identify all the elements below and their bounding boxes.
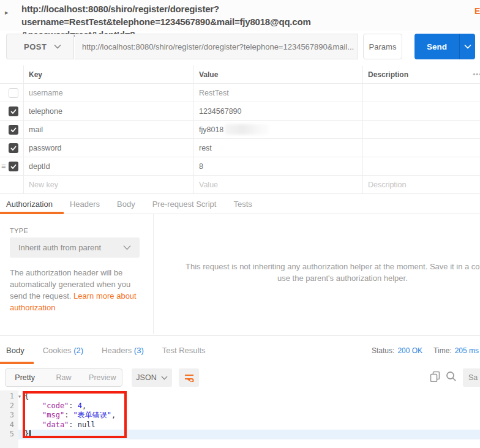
- param-value[interactable]: RestTest: [193, 84, 362, 102]
- chevron-down-icon: [123, 245, 131, 250]
- tab-prerequest-script[interactable]: Pre-request Script: [152, 200, 217, 209]
- redacted-value-blur: [225, 124, 269, 135]
- json-line-2: "code": 4,: [18, 401, 480, 411]
- save-response-button[interactable]: Sa: [463, 368, 480, 387]
- send-button[interactable]: Send: [414, 34, 459, 59]
- active-response-tab-underline: [0, 362, 34, 364]
- auth-help-text: The authorization header will be automat…: [10, 267, 144, 313]
- param-value[interactable]: 1234567890: [193, 102, 362, 120]
- time-label: Time:: [433, 346, 452, 355]
- response-header: Body Cookies (2) Headers (3) Test Result…: [0, 335, 480, 364]
- new-key-input[interactable]: New key: [23, 176, 193, 193]
- param-description[interactable]: [362, 84, 480, 102]
- status-value: 200 OK: [397, 346, 422, 355]
- headers-count: (3): [134, 346, 144, 355]
- request-title-line1: http://localhost:8080/shiro/register/dor…: [21, 4, 311, 27]
- json-line-1: {: [18, 392, 480, 401]
- more-options-icon[interactable]: •••: [473, 70, 480, 78]
- param-key[interactable]: telephone: [23, 102, 193, 120]
- param-description[interactable]: [362, 157, 480, 175]
- collapse-caret-icon[interactable]: ▸: [5, 9, 9, 17]
- time-value: 205 ms: [455, 346, 479, 355]
- auth-info-line2: use the parent's authorization helper.: [277, 274, 408, 283]
- send-options-button[interactable]: [459, 34, 475, 59]
- auth-type-value: Inherit auth from parent: [18, 243, 123, 252]
- param-value[interactable]: 8: [193, 157, 362, 175]
- param-row-deptid[interactable]: ≡ deptId 8: [0, 157, 480, 176]
- param-row-new[interactable]: New key Value Description: [0, 176, 480, 194]
- authorization-panel: TYPE Inherit auth from parent The author…: [0, 214, 480, 334]
- line-number: 2: [0, 401, 18, 411]
- params-button[interactable]: Params: [363, 34, 402, 59]
- param-description[interactable]: [362, 121, 480, 138]
- tab-authorization[interactable]: Authorization: [6, 200, 53, 209]
- status-label: Status:: [372, 346, 394, 355]
- view-raw[interactable]: Raw: [44, 373, 83, 382]
- param-row-mail[interactable]: mail fjy8018: [0, 121, 480, 139]
- param-row-password[interactable]: password rest: [0, 139, 480, 157]
- view-pretty[interactable]: Pretty: [6, 373, 44, 382]
- param-description[interactable]: [362, 139, 480, 157]
- column-header-value: Value: [193, 65, 362, 83]
- check-icon: [10, 146, 17, 151]
- param-row-telephone[interactable]: telephone 1234567890: [0, 102, 480, 121]
- url-input[interactable]: http://localhost:8080/shiro/register/dor…: [75, 34, 358, 59]
- wrap-lines-icon: [184, 373, 194, 382]
- response-body-editor[interactable]: 1 2 3 4 5 ▾ { "code": 4, "msg": "表单错误", …: [0, 390, 480, 448]
- response-tab-body[interactable]: Body: [6, 346, 24, 355]
- response-status-block: Status: 200 OK Time: 205 ms: [372, 336, 479, 365]
- drag-handle-icon[interactable]: ≡: [1, 162, 6, 171]
- chevron-down-icon: [54, 44, 61, 49]
- row-checkbox[interactable]: [9, 125, 18, 135]
- auth-type-dropdown[interactable]: Inherit auth from parent: [10, 237, 140, 258]
- view-preview[interactable]: Preview: [83, 373, 122, 382]
- json-line-3: "msg": "表单错误",: [18, 411, 480, 420]
- param-description[interactable]: [362, 102, 480, 120]
- row-checkbox[interactable]: [9, 106, 18, 116]
- request-bar: POST http://localhost:8080/shiro/registe…: [0, 34, 480, 59]
- new-value-input[interactable]: Value: [193, 176, 362, 193]
- params-table: Key Value Description ••• username RestT…: [0, 65, 480, 194]
- response-view-bar: Pretty Raw Preview JSON: [0, 366, 480, 390]
- param-key[interactable]: password: [23, 139, 193, 157]
- param-value[interactable]: fjy8018: [193, 121, 362, 138]
- column-header-description: Description •••: [362, 65, 480, 83]
- param-key[interactable]: username: [23, 84, 193, 102]
- wrap-lines-button[interactable]: [179, 368, 199, 387]
- response-tab-headers[interactable]: Headers (3): [102, 346, 144, 355]
- examples-button[interactable]: E: [474, 6, 480, 16]
- row-checkbox[interactable]: [9, 88, 18, 98]
- copy-response-button[interactable]: [430, 371, 442, 383]
- text-cursor: [29, 430, 31, 438]
- json-line-4: "data": null: [18, 420, 480, 430]
- search-icon: [446, 371, 457, 382]
- response-tab-test-results[interactable]: Test Results: [162, 346, 206, 355]
- copy-icon: [430, 371, 441, 382]
- line-number-gutter: 1 2 3 4 5: [0, 390, 18, 448]
- param-key[interactable]: deptId: [23, 157, 193, 175]
- search-response-button[interactable]: [446, 371, 458, 383]
- new-description-input[interactable]: Description: [362, 176, 480, 193]
- tab-headers[interactable]: Headers: [70, 200, 100, 209]
- format-dropdown[interactable]: JSON: [132, 368, 172, 387]
- method-label: POST: [24, 42, 47, 51]
- method-dropdown[interactable]: POST: [6, 34, 74, 59]
- param-row-username[interactable]: username RestTest: [0, 84, 480, 102]
- row-checkbox[interactable]: [9, 162, 18, 171]
- line-number: 1: [0, 392, 18, 401]
- tab-tests[interactable]: Tests: [233, 200, 252, 209]
- format-value: JSON: [136, 373, 156, 382]
- chevron-down-icon: [464, 44, 471, 49]
- param-value[interactable]: rest: [193, 139, 362, 157]
- row-checkbox[interactable]: [9, 143, 18, 153]
- param-key[interactable]: mail: [23, 121, 193, 138]
- line-number: 5: [0, 430, 18, 439]
- response-tab-cookies[interactable]: Cookies (2): [43, 346, 83, 355]
- tab-body[interactable]: Body: [117, 200, 135, 209]
- check-icon: [10, 127, 17, 132]
- line-number: 4: [0, 420, 18, 430]
- check-icon: [10, 164, 17, 169]
- check-icon: [10, 109, 17, 114]
- panel-divider: [153, 214, 154, 334]
- request-tabs: Authorization Headers Body Pre-request S…: [0, 194, 480, 214]
